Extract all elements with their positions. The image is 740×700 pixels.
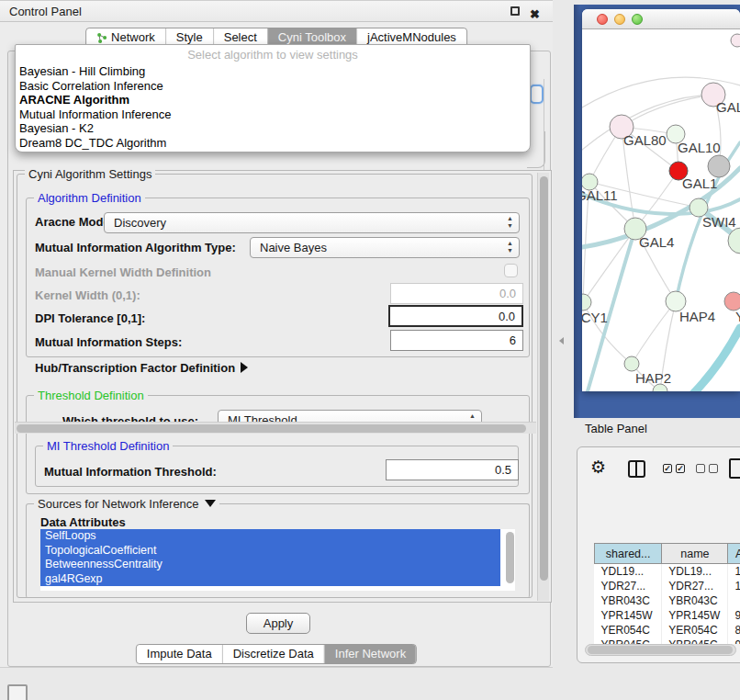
table-column-header[interactable]: name (662, 544, 728, 564)
network-node-label: GAL (716, 99, 740, 115)
dpi-tolerance-field[interactable]: 0.0 (388, 305, 523, 327)
table-horizontal-scrollbar[interactable] (585, 644, 736, 656)
network-window[interactable]: GALGAL80GAL10GAL1GAL11SWI4GAL4GCY1HAP4YH… (582, 9, 740, 391)
hub-definition-label: Hub/Transcription Factor Definition (35, 361, 235, 375)
network-node[interactable] (731, 34, 740, 47)
algorithm-option[interactable]: Basic Correlation Inference (16, 79, 530, 94)
table-row[interactable]: YDR27...YDR27...12 (595, 579, 740, 593)
table-cell: 9. (728, 638, 740, 645)
algorithm-option[interactable]: Bayesian - Hill Climbing (16, 64, 530, 79)
dpi-tolerance-value: 0.0 (499, 310, 515, 323)
table-panel: Table Panel ⚙ ✓ ✓ shared...nameA YDL19..… (560, 418, 740, 700)
mac-minimize-button[interactable] (614, 14, 625, 25)
network-view-panel: GALGAL80GAL10GAL1GAL11SWI4GAL4GCY1HAP4YH… (574, 5, 740, 418)
apply-button[interactable]: Apply (246, 613, 310, 634)
data-attributes-list[interactable]: SelfLoopsTopologicalCoefficientBetweenne… (40, 529, 515, 591)
settings-vertical-scrollbar[interactable] (537, 173, 549, 601)
aracne-mode-label: Aracne Mode: (35, 215, 114, 229)
control-panel-window: Control Panel ✖ NetworkStyleSelectCyni T… (0, 0, 553, 668)
table-cell: YDR27... (662, 579, 728, 593)
table-row[interactable]: YPR145WYPR145W9. (595, 608, 740, 623)
float-window-icon[interactable] (510, 6, 520, 16)
table-column-header[interactable]: shared... (595, 544, 662, 564)
aracne-mode-combo[interactable]: Discovery ▲▼ (104, 212, 520, 233)
data-attribute-item[interactable]: SelfLoops (40, 529, 500, 544)
data-attribute-item[interactable]: TopologicalCoefficient (40, 544, 500, 559)
export-table-icon[interactable] (729, 458, 740, 479)
network-node[interactable] (708, 155, 730, 177)
kernel-width-label: Kernel Width (0,1): (35, 288, 140, 302)
mi-algorithm-type-value: Naive Bayes (260, 241, 327, 254)
network-node-label: SWI4 (702, 214, 736, 230)
mac-close-button[interactable] (597, 14, 608, 25)
table-cell: YBR043C (662, 593, 728, 608)
node-attribute-table[interactable]: shared...nameA YDL19...YDL19...13YDR27..… (594, 543, 740, 644)
threshold-definition-title: Threshold Definition (34, 389, 148, 402)
manual-kernel-width-label: Manual Kernel Width Definition (35, 265, 211, 279)
network-node-y[interactable] (724, 292, 740, 310)
table-cell: YBR045C (662, 638, 728, 645)
manual-kernel-width-checkbox[interactable] (504, 264, 518, 277)
control-panel-titlebar: Control Panel ✖ (0, 1, 553, 22)
mi-threshold-field[interactable]: 0.5 (386, 459, 519, 480)
checked-checkbox-icon[interactable]: ✓ (676, 464, 685, 473)
table-cell (728, 593, 740, 608)
tab-discretize-data[interactable]: Discretize Data (222, 645, 324, 663)
tab-impute-data[interactable]: Impute Data (137, 645, 222, 663)
network-graph-canvas[interactable]: GALGAL80GAL10GAL1GAL11SWI4GAL4GCY1HAP4YH… (582, 29, 740, 391)
algorithm-option[interactable]: Mutual Information Inference (16, 107, 530, 122)
attributes-scrollbar-thumb[interactable] (506, 532, 514, 583)
table-row[interactable]: YER054CYER054C8. (595, 623, 740, 638)
network-node-hap2[interactable] (624, 356, 639, 371)
combo-stepper-icon: ▲▼ (507, 215, 513, 230)
network-window-titlebar (582, 9, 740, 29)
table-panel-title: Table Panel (585, 422, 647, 435)
algorithm-option[interactable]: Bayesian - K2 (16, 121, 530, 136)
scrollbar-thumb[interactable] (540, 176, 548, 581)
tab-label: Discretize Data (233, 645, 314, 663)
table-row[interactable]: YBR043CYBR043C (595, 593, 740, 608)
scrollbar-thumb[interactable] (588, 646, 733, 654)
panel-splitter-collapse-icon[interactable] (559, 337, 564, 344)
table-panel-body: ⚙ ✓ ✓ shared...nameA YDL19...YDL19...13Y… (577, 446, 740, 663)
table-cell: YER054C (662, 623, 728, 638)
mi-steps-field[interactable]: 6 (390, 330, 523, 351)
hidden-combo-stepper[interactable] (530, 85, 544, 104)
aracne-mode-value: Discovery (114, 216, 166, 230)
bottom-left-cut-icon[interactable] (7, 684, 28, 700)
algorithm-option[interactable]: Dream8 DC_TDC Algorithm (16, 136, 530, 151)
algorithm-option[interactable]: ARACNE Algorithm (16, 93, 530, 107)
combo-stepper-icon: ▲▼ (507, 240, 513, 254)
mi-steps-value: 6 (510, 333, 516, 347)
hub-definition-toggle[interactable]: Hub/Transcription Factor Definition (35, 361, 248, 375)
gear-icon[interactable]: ⚙ (590, 457, 606, 478)
sources-title[interactable]: Sources for Network Inference (34, 497, 219, 511)
tab-label: Impute Data (147, 645, 212, 663)
data-attribute-item[interactable]: gal4RGexp (40, 572, 500, 587)
network-node-label: Y (735, 309, 740, 324)
table-row[interactable]: YDL19...YDL19...13 (595, 564, 740, 579)
unchecked-checkbox-icon[interactable] (696, 464, 705, 473)
table-cell: YDL19... (662, 564, 728, 579)
scrollbar-thumb[interactable] (17, 424, 526, 433)
unchecked-checkbox-icon[interactable] (709, 464, 718, 473)
network-node-label: GAL80 (623, 132, 667, 148)
kernel-width-field[interactable]: 0.0 (390, 283, 523, 304)
mi-algorithm-type-combo[interactable]: Naive Bayes ▲▼ (250, 237, 520, 258)
network-node-label: GCY1 (582, 310, 608, 325)
table-column-header[interactable]: A (728, 544, 740, 564)
dpi-tolerance-label: DPI Tolerance [0,1]: (35, 311, 145, 325)
algorithm-definition-title: Algorithm Definition (34, 191, 145, 205)
checked-checkbox-icon[interactable]: ✓ (663, 464, 672, 473)
mac-zoom-button[interactable] (632, 14, 643, 25)
columns-icon[interactable] (628, 460, 645, 478)
data-attribute-item[interactable]: BetweennessCentrality (40, 558, 500, 572)
network-edge[interactable] (622, 95, 713, 127)
table-cell: YBR043C (595, 593, 662, 608)
table-cell: YPR145W (662, 608, 728, 623)
close-icon[interactable]: ✖ (530, 4, 540, 25)
network-node-gcy1[interactable] (582, 294, 591, 310)
table-row[interactable]: YBR045CYBR045C9. (595, 638, 740, 645)
settings-horizontal-scrollbar[interactable] (15, 422, 536, 434)
tab-infer-network[interactable]: Infer Network (324, 645, 416, 663)
